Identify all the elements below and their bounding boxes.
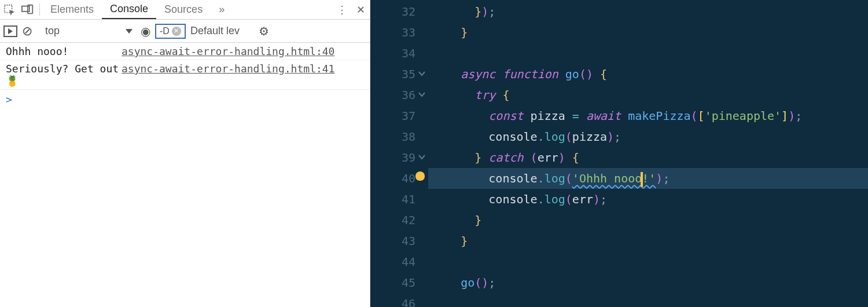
- line-number[interactable]: 35: [370, 64, 415, 85]
- line-number[interactable]: 45: [370, 272, 415, 293]
- console-prompt[interactable]: >: [0, 90, 370, 109]
- line-number[interactable]: 33: [370, 22, 415, 43]
- token: ]: [781, 109, 788, 123]
- token: }: [475, 151, 488, 165]
- context-selector[interactable]: top: [42, 25, 136, 37]
- token: (: [531, 151, 538, 165]
- token: .: [538, 130, 545, 144]
- filter-input[interactable]: -D ✕: [155, 24, 186, 39]
- token: ;: [614, 130, 621, 144]
- line-number[interactable]: 43: [370, 231, 415, 251]
- fold-chevron-icon[interactable]: [418, 153, 426, 161]
- tab-elements[interactable]: Elements: [42, 0, 102, 19]
- token: [593, 67, 600, 81]
- line-number[interactable]: 41: [370, 189, 415, 210]
- token: ): [607, 130, 614, 144]
- device-toggle-icon[interactable]: [19, 4, 37, 16]
- token: (): [579, 67, 593, 81]
- token: ;: [795, 109, 802, 123]
- message-text: Ohhh nooo!: [6, 45, 122, 57]
- token: await: [586, 109, 628, 123]
- token: try: [475, 88, 502, 102]
- line-number[interactable]: 44: [370, 251, 415, 272]
- token: [: [698, 109, 705, 123]
- code-editor[interactable]: 323334353637383940414243444546 }); } asy…: [370, 0, 868, 307]
- code-line[interactable]: console.log(pizza);: [428, 126, 868, 147]
- line-number[interactable]: 38: [370, 126, 415, 147]
- line-number[interactable]: 46: [370, 293, 415, 307]
- token: 'Ohhh nooo: [572, 171, 642, 185]
- code-area[interactable]: }); } async function go() { try { const …: [428, 0, 868, 307]
- code-line[interactable]: }: [428, 22, 868, 43]
- code-line[interactable]: const pizza = await makePizza(['pineappl…: [428, 105, 868, 126]
- gutter: 323334353637383940414243444546: [370, 0, 428, 307]
- code-line[interactable]: }: [428, 210, 868, 231]
- fold-chevron-icon[interactable]: [418, 70, 426, 78]
- line-number[interactable]: 37: [370, 105, 415, 126]
- token: function: [502, 67, 565, 81]
- code-line[interactable]: } catch (err) {: [428, 147, 868, 168]
- token: (: [565, 192, 572, 206]
- log-levels-selector[interactable]: Default lev: [190, 25, 254, 37]
- live-expression-icon[interactable]: ◉: [141, 20, 150, 42]
- lightbulb-icon[interactable]: [415, 171, 425, 181]
- token: console: [488, 192, 537, 206]
- line-number[interactable]: 32: [370, 1, 415, 22]
- clear-console-icon[interactable]: ⊘: [22, 20, 32, 42]
- code-line[interactable]: console.log(err);: [428, 189, 868, 210]
- show-sidebar-icon[interactable]: [3, 20, 17, 42]
- message-source-link[interactable]: async-await-error-handling.html:41: [122, 63, 334, 87]
- token: ): [656, 171, 663, 185]
- code-line[interactable]: [428, 293, 868, 307]
- kebab-menu-icon[interactable]: ⋮: [333, 3, 351, 16]
- token: console: [488, 130, 537, 144]
- token: ): [481, 5, 488, 19]
- token: ;: [663, 171, 670, 185]
- settings-gear-icon[interactable]: ⚙: [259, 20, 269, 42]
- token: err: [538, 151, 558, 165]
- line-number[interactable]: 39: [370, 147, 415, 168]
- token: pizza: [572, 130, 607, 144]
- console-message: Seriously? Get out 🍍 async-await-error-h…: [0, 60, 370, 90]
- chevron-down-icon: [126, 29, 133, 34]
- code-line[interactable]: try {: [428, 85, 868, 105]
- code-line[interactable]: }: [428, 231, 868, 251]
- tab-console[interactable]: Console: [102, 0, 156, 19]
- message-text: Seriously? Get out 🍍: [6, 63, 122, 87]
- line-number[interactable]: 36: [370, 85, 415, 105]
- token: }: [475, 213, 481, 227]
- token: const: [488, 109, 530, 123]
- divider: [39, 3, 40, 16]
- fold-chevron-icon[interactable]: [418, 90, 426, 98]
- token: =: [572, 109, 586, 123]
- clear-filter-icon[interactable]: ✕: [172, 27, 181, 36]
- line-number[interactable]: 40: [370, 168, 415, 189]
- token: (: [691, 109, 698, 123]
- code-line[interactable]: go();: [428, 272, 868, 293]
- close-icon[interactable]: ✕: [351, 3, 370, 16]
- token: console: [488, 171, 537, 185]
- token: ;: [488, 5, 495, 19]
- tabs-overflow[interactable]: »: [211, 0, 233, 19]
- token: log: [545, 130, 565, 144]
- code-line[interactable]: async function go() {: [428, 64, 868, 85]
- line-number[interactable]: 42: [370, 210, 415, 231]
- message-source-link[interactable]: async-await-error-handling.html:40: [122, 45, 334, 57]
- token: }: [461, 25, 468, 39]
- token: (: [565, 171, 572, 185]
- token: (: [565, 130, 572, 144]
- code-line[interactable]: console.log('Ohhh nooo!');: [428, 168, 868, 189]
- devtools-panel: Elements Console Sources » ⋮ ✕ ⊘ top ◉ -…: [0, 0, 370, 307]
- console-messages: Ohhh nooo! async-await-error-handling.ht…: [0, 43, 370, 307]
- code-line[interactable]: [428, 251, 868, 272]
- inspect-icon[interactable]: [0, 3, 19, 16]
- token: log: [545, 171, 565, 185]
- token: go: [565, 67, 579, 81]
- code-line[interactable]: [428, 43, 868, 64]
- token: makePizza: [628, 109, 690, 123]
- code-line[interactable]: });: [428, 1, 868, 22]
- token: 'pineapple': [705, 109, 781, 123]
- tab-sources[interactable]: Sources: [156, 0, 211, 19]
- token: ): [558, 151, 572, 165]
- line-number[interactable]: 34: [370, 43, 415, 64]
